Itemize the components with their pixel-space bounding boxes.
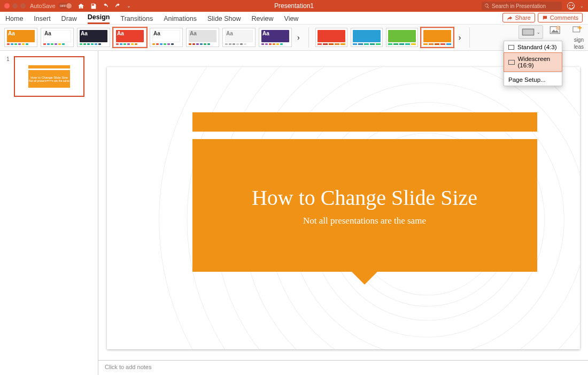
workspace: 1 How to Change Slide Size Not all prese… [0, 51, 588, 375]
comment-icon [542, 15, 548, 21]
slide-number: 1 [6, 56, 10, 62]
comments-button[interactable]: Comments [538, 13, 583, 22]
page-setup-item[interactable]: Page Setup... [504, 74, 562, 86]
quick-access-toolbar: ⌄ [78, 3, 131, 10]
share-comments-row: Share Comments [502, 13, 583, 22]
slide-1-thumbnail[interactable]: How to Change Slide Size Not all present… [14, 56, 84, 97]
share-icon [507, 15, 513, 21]
theme-option-4-selected[interactable]: Aa [113, 28, 146, 47]
slide-size-standard[interactable]: Standard (4:3) [504, 41, 562, 53]
titlebar-right: Search in Presentation ⌄ [482, 2, 584, 10]
chevron-down-icon: ⌄ [537, 30, 540, 35]
ribbon-separator-2 [469, 27, 470, 48]
theme-aa-label: Aa [226, 30, 233, 36]
themes-more-button[interactable]: › [295, 33, 302, 42]
close-window-button[interactable] [4, 3, 10, 9]
comments-label: Comments [550, 14, 578, 21]
autosave-toggle[interactable]: OFF [58, 3, 72, 9]
variant-red[interactable] [315, 28, 347, 47]
minimize-window-button[interactable] [12, 3, 18, 9]
slide-canvas[interactable]: How to Change Slide Size Not all present… [107, 67, 580, 349]
theme-aa-label: Aa [44, 30, 51, 36]
page-setup-label: Page Setup... [508, 76, 546, 83]
account-chevron-icon[interactable]: ⌄ [580, 4, 584, 9]
title-bar: AutoSave OFF ⌄ Presentation1 Search in P… [0, 0, 588, 12]
tab-transitions[interactable]: Transitions [120, 13, 153, 24]
design-ideas-button[interactable]: sign leas [568, 25, 584, 50]
theme-option-8[interactable]: Aa [259, 28, 292, 47]
maximize-window-button[interactable] [20, 3, 26, 9]
variant-orange-selected[interactable] [421, 28, 453, 47]
standard-ratio-icon [508, 45, 514, 50]
theme-aa-label: Aa [117, 30, 124, 36]
search-input[interactable]: Search in Presentation [482, 2, 562, 10]
slide-size-icon [521, 27, 535, 37]
design-ideas-label-1: sign [574, 37, 584, 43]
theme-aa-label: Aa [8, 30, 15, 36]
callout-body: How to Change Slide Size Not all present… [192, 139, 537, 272]
theme-option-7[interactable]: Aa [222, 28, 256, 47]
theme-option-5[interactable]: Aa [150, 28, 183, 47]
standard-label: Standard (4:3) [517, 44, 557, 50]
design-ribbon: Aa Aa Aa Aa Aa Aa Aa Aa › › ⌄ sign leas [0, 24, 588, 51]
tab-insert[interactable]: Insert [34, 13, 50, 24]
autosave-label: AutoSave [30, 3, 56, 9]
variant-green[interactable] [386, 28, 418, 47]
window-controls [0, 3, 26, 9]
slide-size-button[interactable]: ⌄ [519, 25, 543, 39]
notes-pane[interactable]: Click to add notes [98, 360, 588, 375]
theme-option-1[interactable]: Aa [4, 28, 37, 47]
ribbon-separator [308, 27, 309, 48]
account-icon[interactable] [567, 2, 575, 10]
share-button[interactable]: Share [502, 13, 535, 22]
variants-more-button[interactable]: › [457, 33, 463, 42]
widescreen-label: Widescreen (16:9) [518, 56, 558, 68]
callout-tail-icon [352, 272, 377, 285]
slide-editor: How to Change Slide Size Not all present… [98, 51, 588, 375]
qa-toolbar-more-icon[interactable]: ⌄ [127, 3, 131, 9]
slide-size-widescreen[interactable]: Widescreen (16:9) [504, 52, 562, 72]
widescreen-ratio-icon [508, 60, 515, 65]
save-icon[interactable] [90, 3, 97, 10]
theme-aa-label: Aa [262, 30, 269, 36]
slide-canvas-wrap: How to Change Slide Size Not all present… [98, 51, 588, 360]
theme-aa-label: Aa [81, 30, 88, 36]
tab-view[interactable]: View [284, 13, 299, 24]
tab-draw[interactable]: Draw [61, 13, 77, 24]
variant-blue[interactable] [351, 28, 383, 47]
dropdown-separator [504, 72, 562, 73]
svg-rect-1 [523, 29, 533, 35]
ribbon-tabs: Home Insert Draw Design Transitions Anim… [0, 12, 588, 24]
home-icon[interactable] [78, 3, 84, 10]
format-background-button[interactable] [548, 25, 562, 36]
title-callout[interactable]: How to Change Slide Size Not all present… [192, 112, 537, 273]
autosave-group: AutoSave OFF [30, 3, 72, 9]
design-ideas-label-2: leas [574, 44, 584, 50]
slide-title-text[interactable]: How to Change Slide Size [252, 185, 477, 210]
share-label: Share [515, 14, 530, 21]
slide-thumbnail-panel: 1 How to Change Slide Size Not all prese… [0, 51, 98, 375]
theme-aa-label: Aa [190, 30, 197, 36]
document-title: Presentation1 [274, 2, 314, 10]
slide-subtitle-text[interactable]: Not all presentations are the same [303, 216, 426, 226]
theme-option-6[interactable]: Aa [186, 28, 219, 47]
format-background-icon [548, 25, 562, 36]
design-ideas-icon [570, 25, 584, 36]
theme-option-2[interactable]: Aa [41, 28, 74, 47]
redo-icon[interactable] [114, 3, 121, 10]
notes-placeholder: Click to add notes [105, 364, 151, 370]
slide-size-dropdown: Standard (4:3) Widescreen (16:9) Page Se… [504, 41, 562, 86]
tab-animations[interactable]: Animations [164, 13, 197, 24]
callout-top-bar [192, 112, 537, 132]
tab-home[interactable]: Home [5, 13, 23, 24]
search-icon [484, 3, 490, 9]
theme-aa-label: Aa [153, 30, 160, 36]
search-placeholder: Search in Presentation [492, 3, 546, 9]
tab-slide-show[interactable]: Slide Show [207, 13, 241, 24]
tab-design[interactable]: Design [88, 12, 110, 24]
theme-option-3[interactable]: Aa [77, 28, 110, 47]
undo-icon[interactable] [102, 3, 109, 10]
tab-review[interactable]: Review [252, 13, 274, 24]
